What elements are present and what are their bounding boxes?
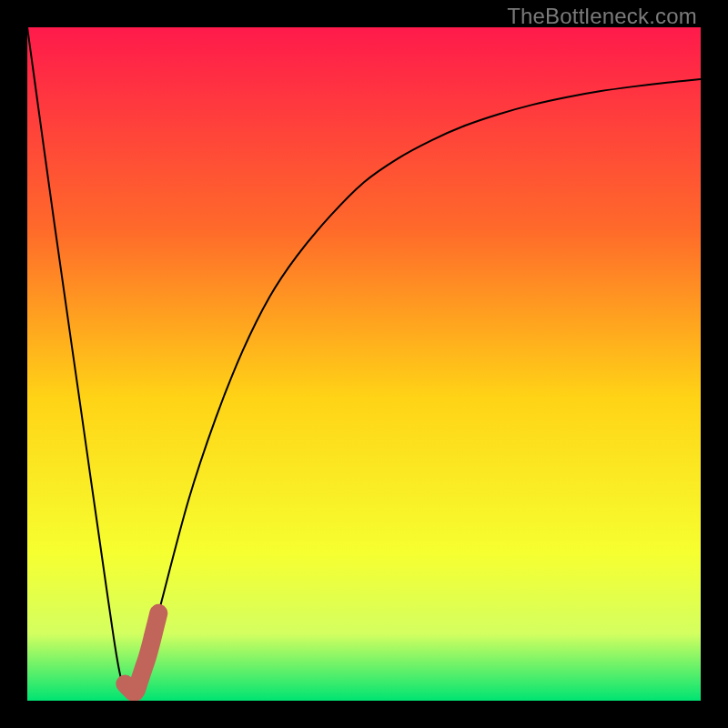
chart-frame: TheBottleneck.com (0, 0, 728, 728)
bottleneck-curve (27, 27, 701, 696)
curve-layer (27, 27, 701, 701)
plot-area (27, 27, 701, 701)
highlight-marker (125, 613, 158, 693)
watermark-text: TheBottleneck.com (507, 4, 697, 29)
